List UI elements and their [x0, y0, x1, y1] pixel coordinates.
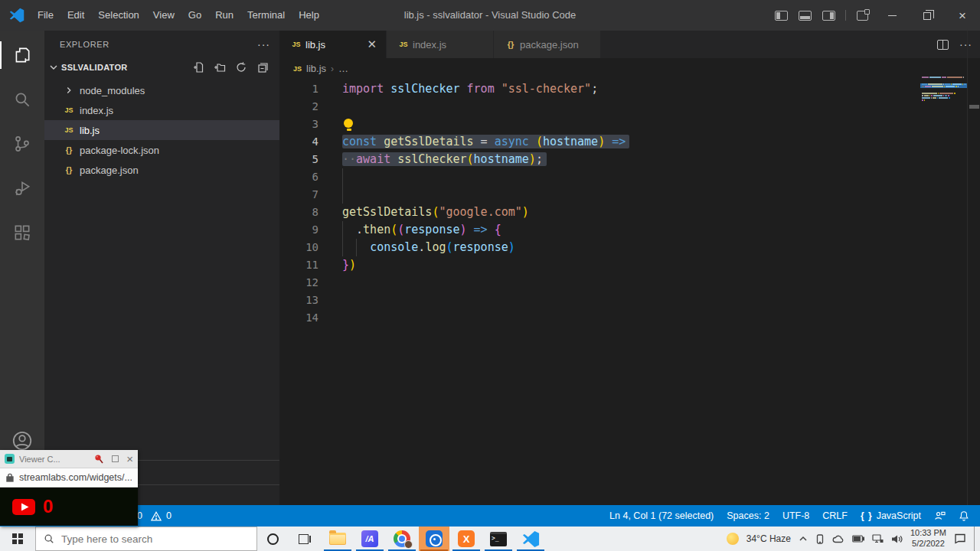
editor-scrollbar[interactable]	[967, 31, 980, 505]
taskbar-search[interactable]	[35, 527, 257, 551]
menu-item-go[interactable]: Go	[181, 0, 208, 31]
vscode-button[interactable]	[515, 527, 546, 551]
cortana-button[interactable]	[257, 527, 288, 551]
menu-item-terminal[interactable]: Terminal	[240, 0, 292, 31]
code-line-1[interactable]: 1import sslChecker from "ssl-checker";	[279, 80, 966, 98]
menu-item-edit[interactable]: Edit	[60, 0, 91, 31]
minimize-button[interactable]	[874, 0, 910, 31]
clock[interactable]: 10:33 PM 5/2/2022	[910, 528, 946, 549]
status-item-3[interactable]: CRLF	[822, 510, 848, 521]
file-item-index.js[interactable]: JSindex.js	[44, 100, 279, 120]
show-desktop-button[interactable]	[974, 527, 978, 551]
line-number[interactable]: 13	[279, 292, 318, 309]
line-number[interactable]: 3	[279, 116, 318, 133]
extensions-icon[interactable]	[0, 214, 44, 251]
status-item-2[interactable]: UTF-8	[782, 510, 809, 521]
tab-lib.js[interactable]: JSlib.js✕	[279, 31, 387, 58]
feedback-icon[interactable]	[934, 510, 946, 521]
code-line-11[interactable]: 11})	[279, 256, 966, 274]
breadcrumb-file[interactable]: lib.js	[306, 63, 326, 74]
new-file-icon[interactable]	[192, 61, 204, 73]
code-line-14[interactable]: 14	[279, 309, 966, 327]
toggle-sidebar-icon[interactable]	[775, 11, 788, 21]
new-folder-icon[interactable]	[214, 61, 226, 73]
refresh-icon[interactable]	[235, 61, 247, 73]
status-language[interactable]: { }JavaScript	[861, 510, 921, 521]
menu-item-selection[interactable]: Selection	[91, 0, 145, 31]
menu-item-view[interactable]: View	[146, 0, 181, 31]
notifications-bell-icon[interactable]	[959, 510, 969, 521]
file-item-package-lock.json[interactable]: {}package-lock.json	[44, 140, 279, 160]
line-number[interactable]: 12	[279, 274, 318, 292]
weather-text[interactable]: 34°C Haze	[746, 533, 791, 544]
restore-button[interactable]	[910, 0, 945, 31]
close-button[interactable]: ×	[945, 0, 980, 31]
code-line-2[interactable]: 2	[279, 98, 966, 116]
line-number[interactable]: 9	[279, 221, 318, 239]
run-debug-icon[interactable]	[0, 170, 44, 207]
network-icon[interactable]	[872, 534, 884, 543]
code-line-12[interactable]: 12	[279, 274, 966, 292]
search-icon[interactable]	[0, 81, 44, 118]
action-center-icon[interactable]	[954, 533, 966, 544]
streamlabs-button[interactable]	[419, 527, 449, 551]
search-input[interactable]	[61, 533, 230, 545]
breadcrumb[interactable]: JS lib.js › …	[279, 58, 980, 79]
code-line-7[interactable]: 7	[279, 186, 966, 204]
weather-icon[interactable]	[727, 533, 739, 545]
scrollbar-thumb[interactable]	[969, 105, 979, 109]
collapse-folders-icon[interactable]	[256, 61, 269, 73]
source-control-icon[interactable]	[0, 126, 44, 162]
file-item-package.json[interactable]: {}package.json	[44, 160, 279, 180]
code-line-13[interactable]: 13	[279, 292, 966, 309]
explorer-icon[interactable]	[0, 37, 44, 73]
tab-close-icon[interactable]: ✕	[354, 37, 377, 51]
line-number[interactable]: 14	[279, 309, 318, 327]
file-explorer-button[interactable]	[322, 527, 353, 551]
minimap[interactable]	[922, 77, 966, 109]
line-number[interactable]: 7	[279, 186, 318, 204]
battery-icon[interactable]	[852, 535, 864, 543]
code-editor[interactable]: 1import sslChecker from "ssl-checker";23…	[279, 79, 966, 327]
code-line-4[interactable]: 4const getSslDetails = async (hostname) …	[279, 133, 966, 151]
file-item-node_modules[interactable]: node_modules	[44, 80, 279, 100]
code-line-9[interactable]: 9 .then((response) => {	[279, 221, 966, 239]
file-item-lib.js[interactable]: JSlib.js	[44, 120, 279, 140]
tray-expand-icon[interactable]	[799, 535, 808, 543]
tab-package.json[interactable]: {}package.json	[494, 31, 601, 58]
toggle-panel-icon[interactable]	[799, 11, 812, 21]
split-editor-icon[interactable]	[937, 40, 949, 50]
overlay-titlebar[interactable]: Viewer C... ×	[0, 450, 138, 468]
pin-icon[interactable]	[93, 454, 104, 465]
menu-item-run[interactable]: Run	[208, 0, 240, 31]
toggle-secondary-sidebar-icon[interactable]	[822, 11, 835, 21]
code-line-10[interactable]: 10 console.log(response)	[279, 239, 966, 256]
onedrive-cloud-icon[interactable]	[832, 535, 844, 543]
line-number[interactable]: 1	[279, 80, 318, 98]
xampp-button[interactable]: X	[451, 527, 482, 551]
volume-icon[interactable]	[891, 534, 903, 544]
status-item-1[interactable]: Spaces: 2	[727, 510, 769, 521]
code-line-8[interactable]: 8getSslDetails("google.com")	[279, 204, 966, 221]
overlay-close-icon[interactable]: ×	[126, 452, 133, 465]
line-number[interactable]: 2	[279, 98, 318, 116]
customize-layout-icon[interactable]	[857, 11, 868, 21]
line-number[interactable]: 8	[279, 204, 318, 221]
chrome-button[interactable]	[387, 527, 417, 551]
menu-item-file[interactable]: File	[31, 0, 60, 31]
overlay-maximize-icon[interactable]	[112, 455, 119, 462]
quick-fix-lightbulb-icon[interactable]	[344, 119, 354, 130]
line-number[interactable]: 11	[279, 256, 318, 274]
explorer-more-icon[interactable]: ···	[257, 38, 270, 51]
menu-item-help[interactable]: Help	[292, 0, 326, 31]
line-number[interactable]: 10	[279, 239, 318, 256]
code-line-5[interactable]: 5··await sslChecker(hostname);	[279, 151, 966, 168]
line-number[interactable]: 4	[279, 133, 318, 151]
workspace-section-header[interactable]: SSLVALIDATOR	[44, 57, 279, 77]
code-line-3[interactable]: 3	[279, 116, 966, 133]
line-number[interactable]: 5	[279, 151, 318, 168]
task-view-button[interactable]	[288, 527, 318, 551]
terminal-button[interactable]: >_	[483, 527, 514, 551]
purple-app-button[interactable]: /A	[354, 527, 385, 551]
tab-index.js[interactable]: JSindex.js	[387, 31, 494, 58]
